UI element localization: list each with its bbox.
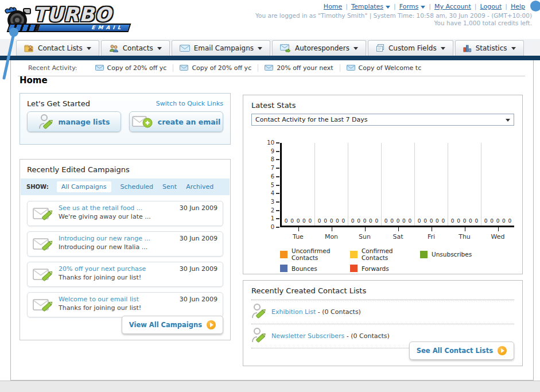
data-values: 00000 bbox=[481, 218, 514, 224]
filter-sent[interactable]: Sent bbox=[162, 183, 177, 191]
tab-label: Contact Lists bbox=[38, 44, 83, 52]
chart-day-group-thu: 00000Thu bbox=[448, 143, 481, 226]
contact-list-link[interactable]: Newsletter Subscribers bbox=[271, 332, 344, 340]
campaign-row[interactable]: 20% off your next purchaseThanks for joi… bbox=[27, 262, 223, 287]
x-tick-mark bbox=[432, 227, 432, 231]
x-tick-label: Mon bbox=[315, 233, 348, 240]
envelope-pencil-icon bbox=[33, 205, 53, 224]
top-nav-link-logout[interactable]: Logout bbox=[480, 3, 502, 10]
top-nav-link-forms[interactable]: Forms bbox=[399, 3, 425, 10]
contact-lists-panel: Recently Created Contact Lists Exhibitio… bbox=[243, 280, 523, 366]
top-nav-link-my-account[interactable]: My Account bbox=[434, 3, 471, 10]
chart-day-group-fri: 00000Fri bbox=[415, 143, 448, 226]
campaign-title-link[interactable]: See us at the retail food ... bbox=[59, 204, 175, 212]
data-value-label: 0 bbox=[442, 218, 445, 224]
data-values: 00000 bbox=[448, 218, 481, 224]
content-area: Recent Activity: Copy of 20% off ycCopy … bbox=[10, 60, 534, 381]
view-all-campaigns-label: View All Campaigns bbox=[129, 321, 202, 329]
recent-activity-item[interactable]: 20% off your next bbox=[258, 64, 340, 72]
manage-lists-button[interactable]: manage lists bbox=[27, 111, 121, 132]
recent-activity-item[interactable]: Copy of 20% off yc bbox=[173, 64, 258, 72]
campaign-list: See us at the retail food ...We're givin… bbox=[20, 195, 230, 317]
contact-lists-folder-icon bbox=[24, 44, 34, 52]
chevron-down-icon bbox=[157, 47, 162, 50]
x-tick-label: Sat bbox=[382, 233, 414, 240]
tab-custom-fields[interactable]: Custom Fields bbox=[368, 40, 453, 56]
contacts-people-icon bbox=[109, 44, 119, 52]
tab-contacts[interactable]: Contacts bbox=[101, 40, 170, 56]
data-value-label: 0 bbox=[463, 218, 467, 224]
data-value-label: 0 bbox=[297, 218, 300, 224]
get-started-title: Let's Get Started bbox=[27, 99, 90, 108]
y-tick-label: 1 bbox=[259, 215, 274, 222]
x-tick-mark bbox=[332, 227, 332, 231]
y-tick-label: 8 bbox=[259, 156, 274, 162]
separator: | bbox=[394, 3, 396, 10]
campaign-filters: All CampaignsScheduledSentArchived bbox=[57, 181, 213, 192]
legend-label: Unconfirmed Contacts bbox=[292, 247, 350, 261]
create-an-email-button[interactable]: create an email bbox=[129, 111, 223, 132]
campaign-row[interactable]: See us at the retail food ...We're givin… bbox=[27, 201, 223, 226]
contact-list-link[interactable]: Exhibition List bbox=[271, 308, 316, 316]
x-tick-mark bbox=[498, 227, 499, 231]
campaign-title-link[interactable]: Welcome to our email list bbox=[59, 296, 175, 303]
chevron-down-icon bbox=[506, 119, 510, 122]
legend-item-forwards: Forwards bbox=[350, 265, 420, 272]
tab-autoresponders[interactable]: Autoresponders bbox=[272, 40, 366, 56]
data-value-label: 0 bbox=[342, 218, 345, 224]
see-all-contact-lists-label: See All Contact Lists bbox=[417, 347, 493, 355]
legend-item-unconfirmed-contacts: Unconfirmed Contacts bbox=[280, 247, 350, 261]
top-nav: Home|Templates|Forms|My Account|Logout|H… bbox=[324, 3, 525, 10]
top-nav-link-help[interactable]: Help bbox=[511, 3, 525, 10]
tab-contact-lists[interactable]: Contact Lists bbox=[16, 40, 99, 56]
see-all-contact-lists-button[interactable]: See All Contact Lists bbox=[409, 341, 514, 360]
recent-activity-item[interactable]: Copy of 20% off yc bbox=[89, 64, 174, 72]
campaign-texts: Welcome to our email listThanks for join… bbox=[59, 296, 175, 312]
legend-item-bounces: Bounces bbox=[280, 265, 350, 272]
campaign-row[interactable]: Introducing our new range ...Introducing… bbox=[27, 231, 223, 257]
y-tick-mark bbox=[276, 201, 279, 203]
switch-quick-links-link[interactable]: Switch to Quick Links bbox=[156, 100, 223, 107]
y-tick-label: 10 bbox=[259, 139, 274, 146]
recent-activity-item[interactable]: Copy of Welcome tc bbox=[340, 64, 428, 72]
campaign-date: 30 Jun 2009 bbox=[180, 204, 217, 212]
recent-activity-text: Copy of Welcome tc bbox=[359, 64, 422, 72]
recent-activity-text: Copy of 20% off yc bbox=[107, 64, 167, 72]
filter-scheduled[interactable]: Scheduled bbox=[121, 183, 154, 191]
data-value-label: 0 bbox=[285, 218, 288, 224]
login-info: You are logged in as "Timothy Smith" | S… bbox=[255, 12, 532, 19]
campaigns-title: Recently Edited Campaigns bbox=[20, 160, 230, 178]
top-nav-link-templates[interactable]: Templates bbox=[351, 3, 390, 10]
y-tick-mark bbox=[276, 210, 279, 211]
y-tick-mark bbox=[276, 176, 279, 177]
latest-stats-panel: Latest Stats Contact Activity for the La… bbox=[243, 95, 523, 274]
main-nav-tabs: Contact ListsContactsEmail CampaignsAuto… bbox=[0, 39, 540, 56]
campaign-title-link[interactable]: 20% off your next purchase bbox=[59, 265, 175, 273]
top-nav-link-home[interactable]: Home bbox=[324, 3, 342, 10]
campaign-subtitle: Introducing our new Italia ... bbox=[59, 243, 175, 251]
chevron-down-icon bbox=[386, 6, 390, 9]
envelope-plus-icon bbox=[132, 115, 153, 129]
contact-list-row[interactable]: Exhibition List - (0 Contacts) bbox=[251, 300, 514, 324]
chart-day-group-tue: 00000Tue bbox=[282, 143, 315, 226]
x-tick-label: Tue bbox=[282, 233, 314, 240]
campaign-row[interactable]: Welcome to our email listThanks for join… bbox=[27, 292, 223, 317]
envelope-pencil-icon bbox=[33, 297, 53, 315]
filter-all-campaigns[interactable]: All Campaigns bbox=[57, 181, 111, 192]
tab-label: Autoresponders bbox=[295, 44, 349, 52]
person-pencil-icon bbox=[251, 303, 266, 321]
data-value-label: 0 bbox=[508, 218, 512, 224]
y-tick-mark bbox=[276, 142, 279, 143]
data-value-label: 0 bbox=[418, 218, 421, 224]
campaign-title-link[interactable]: Introducing our new range ... bbox=[59, 235, 175, 242]
get-started-buttons: manage listscreate an email bbox=[20, 110, 230, 133]
separator: | bbox=[345, 3, 348, 10]
view-all-campaigns-button[interactable]: View All Campaigns bbox=[122, 316, 223, 334]
campaign-texts: Introducing our new range ...Introducing… bbox=[59, 235, 175, 251]
legend-label: Unsubscribes bbox=[432, 251, 472, 258]
filter-archived[interactable]: Archived bbox=[186, 183, 213, 191]
stats-activity-dropdown[interactable]: Contact Activity for the Last 7 Days bbox=[251, 114, 514, 126]
tab-statistics[interactable]: Statistics bbox=[455, 40, 524, 56]
tab-email-campaigns[interactable]: Email Campaigns bbox=[172, 40, 270, 56]
data-value-label: 0 bbox=[324, 218, 327, 224]
